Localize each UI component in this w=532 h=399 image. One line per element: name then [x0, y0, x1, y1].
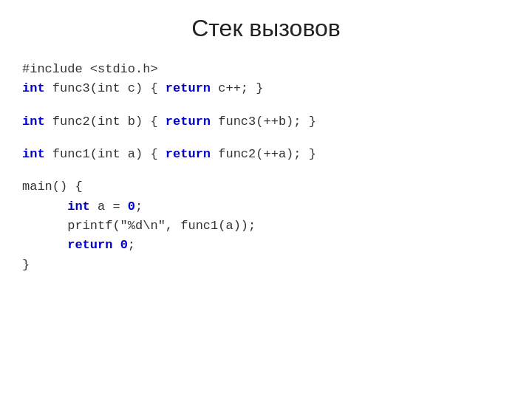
int-a-tail: ; [135, 200, 143, 214]
printf-text: printf("%d\n", func1(a)); [22, 219, 256, 233]
code-line-return: return 0; [22, 236, 510, 255]
return-rest [112, 238, 120, 252]
kw-return-func2: return [166, 115, 211, 129]
close-brace: } [22, 258, 30, 272]
code-line-main: main() { [22, 177, 510, 197]
kw-return-func1: return [166, 147, 211, 161]
func1-rest: func1(int a) { [45, 147, 166, 161]
return-tail: ; [128, 238, 135, 252]
func2-rest: func2(int b) { [45, 115, 166, 129]
page: Стек вызовов #include <stdio.h> int func… [0, 0, 532, 399]
return-pre [22, 238, 67, 252]
kw-int-a: int [67, 200, 90, 214]
code-line-int-a: int a = 0; [22, 197, 510, 216]
func2-tail: func3(++b); } [211, 115, 316, 129]
int-a-pre [22, 200, 67, 214]
code-line-include: #include <stdio.h> [22, 60, 510, 79]
func3-tail: c++; } [211, 81, 263, 95]
kw-int-func2: int [22, 115, 45, 129]
kw-int-func1: int [22, 147, 45, 161]
gap2 [22, 132, 510, 145]
kw-int-func3: int [22, 81, 45, 95]
kw-return-main: return [67, 238, 112, 252]
return-val: 0 [120, 238, 128, 252]
include-text: #include <stdio.h> [22, 62, 158, 76]
gap3 [22, 164, 510, 177]
main-text: main() { [22, 180, 83, 194]
code-line-printf: printf("%d\n", func1(a)); [22, 216, 510, 236]
code-line-close: } [22, 256, 510, 275]
int-a-rest: a = [90, 200, 128, 214]
gap1 [22, 99, 510, 112]
kw-return-func3: return [166, 81, 211, 95]
code-line-func1: int func1(int a) { return func2(++a); } [22, 145, 510, 164]
slide-title: Стек вызовов [191, 15, 341, 42]
func3-rest: func3(int c) { [45, 81, 166, 95]
code-line-func2: int func2(int b) { return func3(++b); } [22, 112, 510, 132]
int-a-val: 0 [128, 200, 135, 214]
func1-tail: func2(++a); } [211, 147, 316, 161]
code-line-func3: int func3(int c) { return c++; } [22, 79, 510, 98]
code-block: #include <stdio.h> int func3(int c) { re… [22, 60, 510, 275]
